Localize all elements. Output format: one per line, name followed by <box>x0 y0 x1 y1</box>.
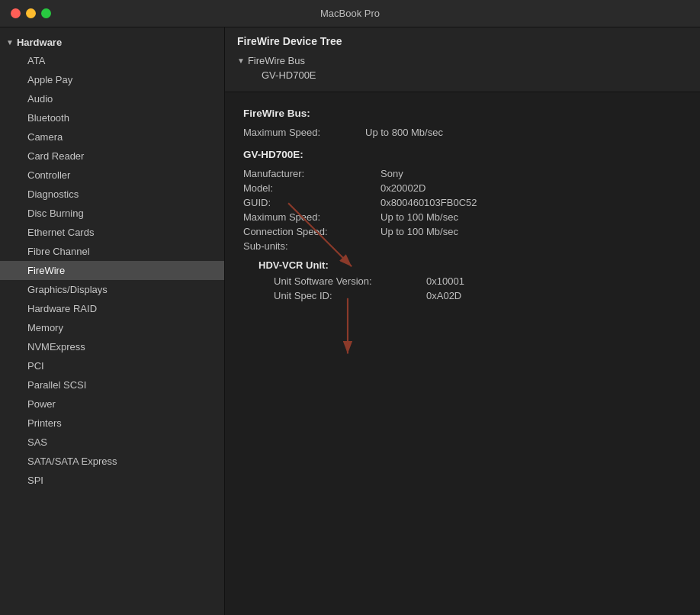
tree-device-node[interactable]: GV-HD700E <box>237 69 688 81</box>
detail-value: Up to 100 Mb/sec <box>381 226 458 237</box>
sidebar-item-audio[interactable]: Audio <box>0 89 224 108</box>
window-title: MacBook Pro <box>320 8 380 19</box>
tree-bus-arrow-icon: ▼ <box>237 56 245 65</box>
tree-section: FireWire Device Tree ▼ FireWire Bus GV-H… <box>225 27 700 92</box>
main-layout: ▼ Hardware ATAApple PayAudioBluetoothCam… <box>0 27 700 615</box>
tree-device-label: GV-HD700E <box>262 69 316 81</box>
sidebar-item-ethernet-cards[interactable]: Ethernet Cards <box>0 223 224 242</box>
detail-row: GUID:0x800460103FB0C52 <box>243 197 682 208</box>
max-speed-row: Maximum Speed: Up to 800 Mb/sec <box>243 127 682 138</box>
detail-value: 0x800460103FB0C52 <box>381 197 477 208</box>
subgroup-title: HDV-VCR Unit: <box>243 259 682 271</box>
detail-subvalue: 0x10001 <box>426 275 464 287</box>
sidebar-item-diagnostics[interactable]: Diagnostics <box>0 185 224 204</box>
sidebar-item-nvmexpress[interactable]: NVMExpress <box>0 337 224 356</box>
detail-sublabel: Unit Spec ID: <box>274 290 426 301</box>
sidebar-item-hardware-raid[interactable]: Hardware RAID <box>0 299 224 318</box>
sidebar-item-printers[interactable]: Printers <box>0 414 224 433</box>
detail-label: GUID: <box>243 197 381 208</box>
title-bar: MacBook Pro <box>0 0 700 27</box>
max-speed-label: Maximum Speed: <box>243 127 365 138</box>
sidebar-item-power[interactable]: Power <box>0 394 224 414</box>
tree-bus-label: FireWire Bus <box>248 55 305 66</box>
detail-row: Manufacturer:Sony <box>243 168 682 179</box>
detail-row: Sub-units: <box>243 240 682 252</box>
sidebar-item-memory[interactable]: Memory <box>0 318 224 337</box>
sidebar[interactable]: ▼ Hardware ATAApple PayAudioBluetoothCam… <box>0 27 225 615</box>
minimize-button[interactable] <box>26 8 36 18</box>
sidebar-item-sata-express[interactable]: SATA/SATA Express <box>0 452 224 471</box>
detail-subrow: Unit Software Version:0x10001 <box>243 275 682 287</box>
sidebar-item-firewire[interactable]: FireWire <box>0 261 224 280</box>
sidebar-item-bluetooth[interactable]: Bluetooth <box>0 108 224 127</box>
detail-row: Maximum Speed:Up to 100 Mb/sec <box>243 211 682 223</box>
sidebar-item-disc-burning[interactable]: Disc Burning <box>0 204 224 223</box>
sidebar-item-card-reader[interactable]: Card Reader <box>0 147 224 166</box>
close-button[interactable] <box>11 8 21 18</box>
detail-value: 0x20002D <box>381 182 425 194</box>
content-area: FireWire Device Tree ▼ FireWire Bus GV-H… <box>225 27 700 615</box>
detail-subrow: Unit Spec ID:0xA02D <box>243 290 682 301</box>
sidebar-item-graphics-displays[interactable]: Graphics/Displays <box>0 280 224 299</box>
sidebar-item-sas[interactable]: SAS <box>0 433 224 452</box>
sidebar-item-ata[interactable]: ATA <box>0 51 224 70</box>
device-title: GV-HD700E: <box>243 149 682 160</box>
detail-label: Model: <box>243 182 381 194</box>
detail-value: Up to 100 Mb/sec <box>381 211 458 223</box>
detail-row: Model:0x20002D <box>243 182 682 194</box>
fullscreen-button[interactable] <box>41 8 51 18</box>
traffic-lights[interactable] <box>11 8 51 18</box>
sidebar-group-hardware[interactable]: ▼ Hardware <box>0 34 224 51</box>
sidebar-item-pci[interactable]: PCI <box>0 356 224 375</box>
sidebar-item-spi[interactable]: SPI <box>0 471 224 490</box>
sidebar-item-camera[interactable]: Camera <box>0 127 224 147</box>
hardware-arrow-icon: ▼ <box>6 38 14 47</box>
sidebar-item-apple-pay[interactable]: Apple Pay <box>0 70 224 89</box>
detail-label: Sub-units: <box>243 240 381 252</box>
detail-row: Connection Speed:Up to 100 Mb/sec <box>243 226 682 237</box>
detail-label: Manufacturer: <box>243 168 381 179</box>
firewire-bus-title: FireWire Bus: <box>243 108 682 119</box>
detail-section: FireWire Bus: Maximum Speed: Up to 800 M… <box>225 92 700 615</box>
sidebar-item-fibre-channel[interactable]: Fibre Channel <box>0 242 224 261</box>
sidebar-group-label: Hardware <box>17 37 62 48</box>
tree-bus-node[interactable]: ▼ FireWire Bus <box>237 55 688 66</box>
detail-sublabel: Unit Software Version: <box>274 275 426 287</box>
detail-label: Connection Speed: <box>243 226 381 237</box>
detail-label: Maximum Speed: <box>243 211 381 223</box>
tree-title: FireWire Device Tree <box>237 35 688 47</box>
sidebar-item-parallel-scsi[interactable]: Parallel SCSI <box>0 375 224 394</box>
sidebar-item-controller[interactable]: Controller <box>0 166 224 185</box>
max-speed-value: Up to 800 Mb/sec <box>365 127 443 138</box>
detail-value: Sony <box>381 168 403 179</box>
detail-subvalue: 0xA02D <box>426 290 461 301</box>
